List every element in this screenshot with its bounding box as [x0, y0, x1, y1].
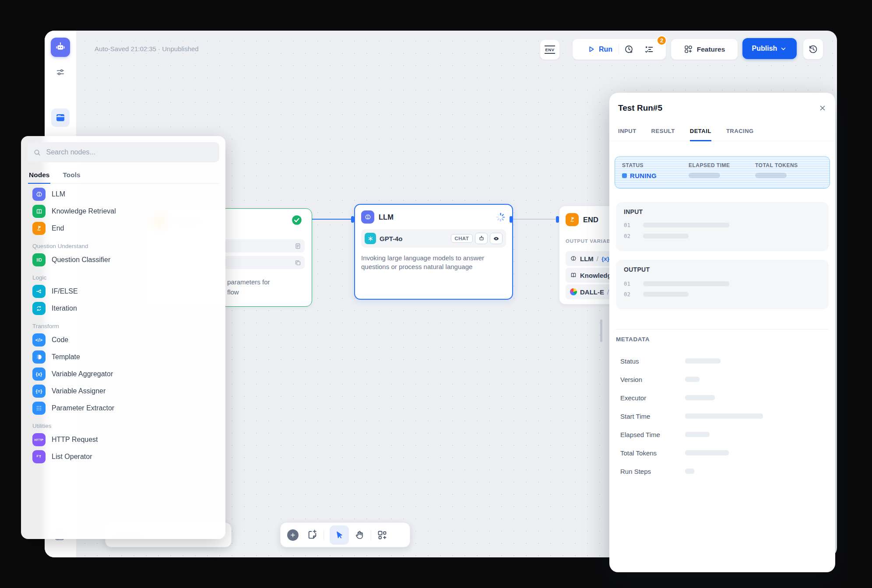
autosave-status: Auto-Saved 21:02:35 · Unpublished [95, 45, 199, 52]
hand-tool-button[interactable] [355, 530, 365, 540]
copy-icon [295, 259, 301, 266]
metadata-row-executor: Executor [609, 388, 835, 407]
book-icon [570, 272, 577, 279]
value-skeleton [685, 395, 715, 400]
metadata-row-run-steps: Run Steps [609, 462, 835, 480]
close-button[interactable] [819, 104, 826, 112]
run-label: Run [599, 46, 612, 53]
publish-button[interactable]: Publish [742, 38, 797, 59]
toolbar-divider [371, 530, 371, 540]
vision-badge[interactable] [490, 233, 503, 244]
value-skeleton [685, 413, 763, 419]
app-logo-robot-icon[interactable] [51, 38, 70, 57]
node-item-question-classifier[interactable]: Question Classifier [27, 253, 219, 266]
search-input[interactable] [46, 148, 213, 157]
row-number: 01 [624, 222, 633, 228]
features-button[interactable]: Features [671, 38, 738, 60]
node-item-http-request[interactable]: HTTP HTTP Request [27, 433, 219, 446]
metadata-row-start-time: Start Time [609, 407, 835, 425]
node-item-list-operator[interactable]: List Operator [27, 450, 219, 463]
add-node-button[interactable] [287, 529, 299, 541]
brain-icon [32, 188, 46, 201]
node-item-llm[interactable]: LLM [27, 188, 219, 201]
checklist-button[interactable] [639, 39, 659, 60]
input-skeleton [643, 223, 729, 228]
panel-resize-handle[interactable] [600, 319, 602, 342]
tab-result[interactable]: RESULT [651, 128, 675, 141]
flag-icon [566, 213, 579, 226]
env-button[interactable]: ENV [540, 39, 560, 60]
edge-llm-to-end [511, 219, 559, 220]
node-item-variable-aggregator[interactable]: {x} Variable Aggregator [27, 368, 219, 381]
env-icon: ENV [545, 46, 555, 54]
publish-label: Publish [752, 45, 777, 52]
end-input-handle[interactable] [556, 216, 559, 223]
history-icon [808, 44, 818, 54]
llm-node-description: Invoking large language models to answer… [361, 254, 506, 271]
end-node-title: END [583, 216, 598, 224]
status-banner: STATUS RUNING ELAPSED TIME TOTAL TOKENS [615, 156, 830, 189]
http-icon: HTTP [32, 433, 46, 446]
node-item-if-else[interactable]: IF/ELSE [27, 285, 219, 298]
add-note-button[interactable] [307, 529, 318, 540]
llm-output-handle[interactable] [510, 216, 513, 223]
run-button[interactable]: Run [579, 39, 619, 60]
node-item-iteration[interactable]: Iteration [27, 302, 219, 315]
elapsed-time-label: ELAPSED TIME [689, 162, 755, 168]
tab-detail[interactable]: DETAIL [690, 128, 711, 141]
tab-tools[interactable]: Tools [62, 168, 81, 183]
total-tokens-skeleton [755, 173, 787, 178]
run-history-clock-button[interactable] [619, 39, 639, 60]
section-divider [616, 329, 829, 329]
node-list: LLM Knowledge Retrieval End Question Und… [27, 188, 219, 463]
chat-mode-badge: CHAT [451, 234, 473, 243]
test-run-panel: Test Run#5 INPUT RESULT DETAIL TRACING S… [609, 93, 835, 572]
tab-nodes[interactable]: Nodes [28, 168, 50, 184]
checklist-icon [644, 44, 654, 55]
running-dot [622, 173, 627, 178]
output-card: OUTPUT 01 02 [616, 260, 829, 309]
sidebar-item-node-panel[interactable] [51, 108, 70, 127]
llm-node[interactable]: LLM GPT-4o [354, 204, 513, 300]
node-item-variable-assigner[interactable]: {=} Variable Assigner [27, 385, 219, 398]
section-logic: Logic [27, 274, 219, 281]
loading-spinner-icon [495, 212, 506, 223]
pointer-tool-button[interactable] [330, 525, 349, 545]
robot-icon [478, 235, 485, 242]
sliders-icon[interactable] [56, 67, 65, 77]
input-skeleton [643, 234, 689, 238]
classifier-icon [32, 253, 46, 266]
llm-input-handle[interactable] [351, 216, 354, 223]
row-number: 01 [624, 280, 633, 287]
features-label: Features [697, 46, 725, 53]
success-check-badge [291, 214, 302, 226]
node-panel-tabs: Nodes Tools [27, 168, 219, 184]
row-number: 02 [624, 291, 633, 298]
node-item-end[interactable]: End [27, 222, 219, 235]
dot-grid-icon [32, 402, 46, 415]
organize-nodes-button[interactable] [377, 530, 387, 540]
toolbar-divider [323, 530, 324, 540]
topbar-divider [566, 44, 566, 55]
search-box[interactable] [27, 142, 219, 162]
status-label: STATUS [622, 162, 689, 168]
version-history-button[interactable] [803, 38, 823, 60]
run-panel-tabs: INPUT RESULT DETAIL TRACING [609, 128, 835, 141]
start-node-description: parameters for flow [227, 277, 270, 297]
output-skeleton [643, 292, 689, 297]
node-item-knowledge-retrieval[interactable]: Knowledge Retrieval [27, 205, 219, 218]
node-item-template[interactable]: Template [27, 350, 219, 364]
metadata-row-version: Version [609, 370, 835, 388]
end-var-name: DALL-E [580, 288, 604, 296]
plus-icon [290, 532, 296, 538]
input-card: INPUT 01 02 [616, 202, 829, 251]
agent-badge[interactable] [475, 233, 488, 244]
node-item-parameter-extractor[interactable]: Parameter Extractor [27, 402, 219, 415]
document-icon [295, 243, 301, 249]
tab-tracing[interactable]: TRACING [726, 128, 754, 141]
tab-input[interactable]: INPUT [618, 128, 636, 141]
node-item-code[interactable]: </> Code [27, 333, 219, 346]
model-selector[interactable]: GPT-4o CHAT [361, 229, 506, 248]
section-transform: Transform [27, 323, 219, 329]
llm-node-title: LLM [379, 213, 394, 221]
